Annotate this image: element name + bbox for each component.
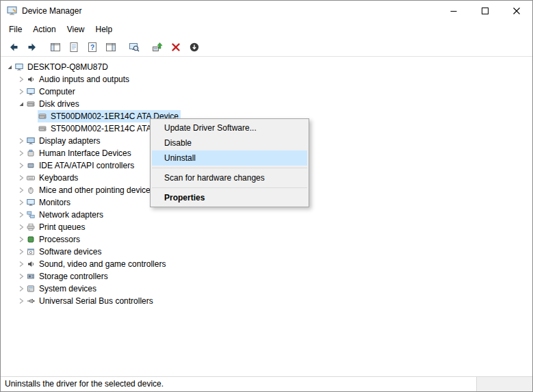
expand-chevron-icon[interactable] xyxy=(16,184,26,196)
forward-icon xyxy=(27,42,38,53)
menu-action[interactable]: Action xyxy=(27,22,61,37)
scan-hardware-changes-button[interactable] xyxy=(125,39,143,55)
tree-item-storage-controllers[interactable]: Storage controllers xyxy=(1,270,532,283)
display-icon xyxy=(27,137,36,145)
uninstall-device-button[interactable] xyxy=(167,39,185,55)
tree-item-label: Universal Serial Bus controllers xyxy=(39,295,153,307)
expand-chevron-icon[interactable] xyxy=(16,196,26,209)
tree-item-sound-video-and-game-controllers[interactable]: Sound, video and game controllers xyxy=(1,258,532,270)
properties-button[interactable] xyxy=(65,39,83,55)
title-bar[interactable]: Device Manager xyxy=(1,1,532,21)
tree-item-content: Computer xyxy=(26,86,77,98)
tree-item-content: Mice and other pointing devices xyxy=(26,184,157,196)
disable-device-button[interactable] xyxy=(185,39,203,55)
close-button[interactable] xyxy=(501,1,532,21)
forward-button[interactable] xyxy=(23,39,41,55)
tree-item-content: Sound, video and game controllers xyxy=(26,258,168,270)
expand-chevron-icon[interactable] xyxy=(16,209,26,221)
properties-icon xyxy=(68,42,79,53)
printer-icon xyxy=(27,223,36,231)
menu-separator xyxy=(152,187,307,188)
tree-item-label: Display adapters xyxy=(39,135,100,147)
context-menu-item-update-driver-software[interactable]: Update Driver Software... xyxy=(152,120,307,135)
chip-icon xyxy=(27,161,36,170)
expand-chevron-icon[interactable] xyxy=(16,233,26,246)
minimize-button[interactable] xyxy=(438,1,469,21)
back-button[interactable] xyxy=(5,39,23,55)
context-menu-item-scan-for-hardware-changes[interactable]: Scan for hardware changes xyxy=(152,170,307,185)
system-icon xyxy=(27,285,36,293)
expand-chevron-icon[interactable] xyxy=(16,295,26,307)
expand-chevron-icon[interactable] xyxy=(16,258,26,270)
svg-text:?: ? xyxy=(90,43,94,51)
tree-item-content: Audio inputs and outputs xyxy=(26,73,131,86)
tree-item-content: Storage controllers xyxy=(26,270,110,283)
expand-chevron-icon[interactable] xyxy=(16,172,26,184)
context-menu-item-properties[interactable]: Properties xyxy=(152,190,307,205)
context-menu-item-uninstall[interactable]: Uninstall xyxy=(152,151,307,166)
toolbar-separator xyxy=(144,39,148,55)
expand-chevron-icon[interactable] xyxy=(16,270,26,283)
show-console-tree-button[interactable] xyxy=(47,39,64,55)
expand-chevron-icon[interactable] xyxy=(16,159,26,172)
tree-item-content: DESKTOP-Q8MU87D xyxy=(14,61,110,73)
tree-item-content: Disk drives xyxy=(26,98,81,110)
tree-item-computer[interactable]: Computer xyxy=(1,86,532,98)
tree-item-label: Keyboards xyxy=(39,172,78,184)
tree-item-processors[interactable]: Processors xyxy=(1,233,532,246)
tree-item-label: Monitors xyxy=(39,196,70,209)
tree-item-label: Processors xyxy=(39,233,80,246)
action-pane-icon xyxy=(105,42,116,53)
device-manager-window: Device Manager FileActionViewHelp ? DESK… xyxy=(0,0,533,392)
disk-icon xyxy=(38,125,48,133)
tree-item-disk-drives[interactable]: Disk drives xyxy=(1,98,532,110)
tree-item-label: System devices xyxy=(39,283,96,295)
expand-chevron-icon[interactable] xyxy=(16,86,26,98)
tree-item-content: Print queues xyxy=(26,221,87,233)
menu-separator xyxy=(152,168,307,168)
context-menu-item-disable[interactable]: Disable xyxy=(152,135,307,151)
monitor-icon xyxy=(27,198,36,207)
keyboard-icon xyxy=(27,174,36,182)
tree-item-system-devices[interactable]: System devices xyxy=(1,283,532,295)
tree-item-audio-inputs-and-outputs[interactable]: Audio inputs and outputs xyxy=(1,73,532,86)
tree-item-label: Mice and other pointing devices xyxy=(39,184,155,196)
computer-icon xyxy=(15,63,25,71)
help-button[interactable]: ? xyxy=(83,39,101,55)
usb-icon xyxy=(27,297,36,305)
menu-help[interactable]: Help xyxy=(90,22,118,37)
tree-item-content: Universal Serial Bus controllers xyxy=(26,295,155,307)
collapse-chevron-icon[interactable] xyxy=(5,61,14,73)
audio-icon xyxy=(27,75,36,83)
chevron-spacer xyxy=(28,110,38,122)
action-pane-button[interactable] xyxy=(102,39,120,55)
toolbar-separator xyxy=(120,39,125,55)
menu-view[interactable]: View xyxy=(62,22,90,37)
tree-item-label: DESKTOP-Q8MU87D xyxy=(27,61,108,73)
tree-item-software-devices[interactable]: Software devices xyxy=(1,246,532,258)
tree-item-universal-serial-bus-controllers[interactable]: Universal Serial Bus controllers xyxy=(1,295,532,307)
tree-item-desktop-q8mu87d[interactable]: DESKTOP-Q8MU87D xyxy=(1,61,532,73)
tree-item-content: Display adapters xyxy=(26,135,102,147)
tree-item-network-adapters[interactable]: Network adapters xyxy=(1,209,532,221)
collapse-chevron-icon[interactable] xyxy=(16,98,26,110)
menu-file[interactable]: File xyxy=(3,22,27,37)
expand-chevron-icon[interactable] xyxy=(16,147,26,159)
back-icon xyxy=(8,42,19,53)
expand-chevron-icon[interactable] xyxy=(16,135,26,147)
expand-chevron-icon[interactable] xyxy=(16,246,26,258)
update-driver-software-button[interactable] xyxy=(148,39,166,55)
status-bar-text: Uninstalls the driver for the selected d… xyxy=(1,377,164,391)
expand-chevron-icon[interactable] xyxy=(16,73,26,86)
uninstall-device-icon xyxy=(170,42,181,53)
device-tree: DESKTOP-Q8MU87DAudio inputs and outputsC… xyxy=(1,57,532,376)
tree-item-print-queues[interactable]: Print queues xyxy=(1,221,532,233)
expand-chevron-icon[interactable] xyxy=(16,283,26,295)
maximize-button[interactable] xyxy=(469,1,501,21)
storage-icon xyxy=(27,272,36,280)
toolbar: ? xyxy=(1,38,532,57)
tree-item-content: Monitors xyxy=(26,196,73,209)
expand-chevron-icon[interactable] xyxy=(16,221,26,233)
tree-item-content: Human Interface Devices xyxy=(26,147,133,159)
disk-icon xyxy=(27,100,36,108)
